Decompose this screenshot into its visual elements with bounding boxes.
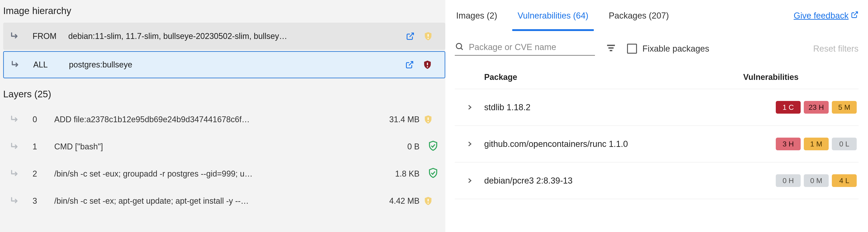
fixable-packages-label: Fixable packages [643, 44, 709, 54]
hierarchy-tag: ALL [33, 60, 69, 69]
severity-badge: 1 C [776, 101, 801, 114]
svg-point-1 [428, 38, 429, 39]
severity-badge: 3 H [776, 138, 801, 150]
sub-arrow-icon [10, 169, 33, 179]
status-shield-icon [428, 168, 438, 180]
layer-command: ADD file:a2378c1b12e95db69e24b9d34744167… [54, 115, 374, 124]
fixable-packages-toggle[interactable]: Fixable packages [627, 44, 709, 54]
chevron-right-icon[interactable] [455, 177, 484, 184]
severity-badges: 1 C23 H5 M [776, 101, 859, 114]
status-shield-icon [428, 114, 438, 125]
layer-command: /bin/sh -c set -eux; groupadd -r postgre… [54, 169, 374, 179]
layer-size: 4.42 MB [374, 196, 420, 206]
package-name: github.com/opencontainers/runc 1.1.0 [484, 139, 776, 149]
layers-list: 0ADD file:a2378c1b12e95db69e24b9d3474416… [3, 106, 445, 214]
status-shield-icon [428, 31, 438, 42]
package-name: stdlib 1.18.2 [484, 103, 776, 112]
layer-row[interactable]: 0ADD file:a2378c1b12e95db69e24b9d3474416… [3, 106, 445, 133]
status-shield-icon [428, 196, 438, 206]
layer-row[interactable]: 1CMD ["bash"]0 B [3, 133, 445, 160]
tab-bar: Images (2)Vulnerabilities (64)Packages (… [455, 0, 859, 32]
tab[interactable]: Vulnerabilities (64) [516, 1, 590, 31]
svg-rect-10 [607, 45, 615, 46]
vuln-row[interactable]: github.com/opencontainers/runc 1.1.03 H1… [455, 126, 859, 163]
external-link-icon [851, 11, 859, 21]
tab[interactable]: Images (2) [455, 1, 499, 31]
right-panel: Images (2)Vulnerabilities (64)Packages (… [445, 0, 868, 232]
search-icon [455, 42, 469, 53]
search-wrap [455, 42, 595, 56]
severity-badge: 23 H [804, 101, 829, 114]
layer-index: 2 [33, 169, 54, 179]
layer-size: 0 B [374, 142, 420, 151]
vuln-table-header: Package Vulnerabilities [455, 66, 859, 89]
svg-point-3 [427, 66, 428, 67]
hierarchy-row[interactable]: FROMdebian:11-slim, 11.7-slim, bullseye-… [3, 23, 445, 50]
give-feedback-label: Give feedback [794, 11, 848, 21]
severity-badge: 0 M [804, 174, 829, 187]
svg-line-9 [461, 48, 463, 50]
layer-size: 31.4 MB [374, 115, 420, 124]
external-link-icon[interactable] [405, 60, 414, 69]
severity-badge: 0 L [832, 138, 857, 150]
search-input[interactable] [469, 42, 595, 52]
checkbox-icon[interactable] [627, 44, 637, 54]
layer-row[interactable]: 2/bin/sh -c set -eux; groupadd -r postgr… [3, 160, 445, 187]
vuln-row[interactable]: debian/pcre3 2:8.39-130 H0 M4 L [455, 163, 859, 199]
vuln-table-body: stdlib 1.18.21 C23 H5 Mgithub.com/openco… [455, 89, 859, 199]
layer-index: 1 [33, 142, 54, 151]
column-package: Package [484, 72, 743, 82]
sub-arrow-icon [10, 142, 33, 152]
hierarchy-text: debian:11-slim, 11.7-slim, bullseye-2023… [68, 31, 406, 41]
layer-command: CMD ["bash"] [54, 142, 374, 151]
tab[interactable]: Packages (207) [608, 1, 670, 31]
reset-filters-button[interactable]: Reset filters [813, 44, 859, 54]
layer-size: 1.8 KB [374, 169, 420, 179]
left-panel: Image hierarchy FROMdebian:11-slim, 11.7… [0, 0, 445, 232]
severity-badges: 3 H1 M0 L [776, 138, 859, 150]
severity-badge: 0 H [776, 174, 801, 187]
vuln-row[interactable]: stdlib 1.18.21 C23 H5 M [455, 89, 859, 126]
svg-point-8 [456, 43, 462, 49]
external-link-icon[interactable] [406, 32, 414, 40]
give-feedback-link[interactable]: Give feedback [794, 11, 859, 21]
layer-index: 0 [33, 115, 54, 124]
severity-badge: 4 L [832, 174, 857, 187]
chevron-right-icon[interactable] [455, 141, 484, 147]
layers-title: Layers (25) [3, 80, 445, 106]
svg-rect-11 [609, 47, 614, 49]
hierarchy-text: postgres:bullseye [69, 60, 405, 69]
image-hierarchy-list: FROMdebian:11-slim, 11.7-slim, bullseye-… [3, 23, 445, 78]
sub-arrow-icon [10, 115, 33, 124]
hierarchy-row[interactable]: ALLpostgres:bullseye [3, 51, 445, 78]
severity-badges: 0 H0 M4 L [776, 174, 859, 187]
severity-badge: 1 M [804, 138, 829, 150]
status-shield-icon [427, 59, 438, 70]
image-hierarchy-title: Image hierarchy [3, 0, 445, 23]
svg-point-7 [428, 203, 429, 204]
layer-command: /bin/sh -c set -ex; apt-get update; apt-… [54, 196, 374, 206]
svg-rect-12 [610, 50, 612, 51]
status-shield-icon [428, 140, 438, 153]
svg-point-5 [428, 121, 429, 122]
filter-bar: Fixable packages Reset filters [455, 32, 859, 66]
layer-row[interactable]: 3/bin/sh -c set -ex; apt-get update; apt… [3, 187, 445, 214]
column-vulnerabilities: Vulnerabilities [743, 72, 859, 82]
package-name: debian/pcre3 2:8.39-13 [484, 176, 776, 185]
sub-arrow-icon [10, 31, 33, 41]
hierarchy-tag: FROM [33, 31, 68, 41]
filter-icon[interactable] [606, 42, 616, 55]
severity-badge: 5 M [832, 101, 857, 114]
layer-index: 3 [33, 196, 54, 206]
chevron-right-icon[interactable] [455, 104, 484, 111]
sub-arrow-icon [10, 196, 33, 206]
sub-arrow-icon [11, 60, 33, 70]
